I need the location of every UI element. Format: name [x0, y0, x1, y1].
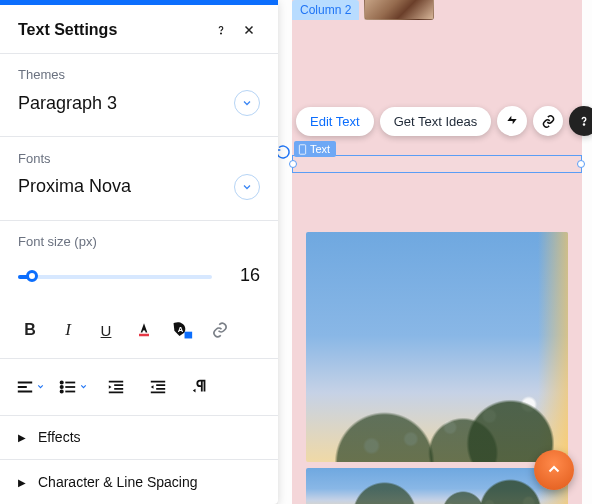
help-button[interactable]	[210, 19, 232, 41]
text-format-toolbar: B I U A	[0, 302, 278, 358]
svg-point-4	[61, 386, 63, 388]
text-selection-box[interactable]	[292, 155, 582, 173]
text-direction-button[interactable]	[186, 373, 214, 401]
svg-rect-2	[185, 332, 193, 339]
canvas-image-2[interactable]	[306, 468, 568, 504]
selected-element-type: Text	[310, 143, 330, 155]
caret-right-icon: ▶	[18, 432, 26, 443]
chevron-down-icon	[36, 382, 45, 391]
rotate-handle[interactable]	[278, 143, 292, 161]
italic-button[interactable]: I	[54, 316, 82, 344]
svg-rect-7	[299, 144, 305, 153]
header-image-thumb[interactable]	[364, 0, 434, 20]
svg-text:A: A	[178, 325, 184, 334]
font-size-slider[interactable]	[18, 266, 212, 286]
paragraph-toolbar	[0, 359, 278, 415]
scroll-to-top-fab[interactable]	[534, 450, 574, 490]
indent-increase-button[interactable]	[144, 373, 172, 401]
fonts-value: Proxima Nova	[18, 176, 131, 197]
column-tag[interactable]: Column 2	[292, 0, 359, 20]
fonts-dropdown-button[interactable]	[234, 174, 260, 200]
resize-handle-right[interactable]	[577, 160, 585, 168]
svg-point-6	[584, 124, 585, 125]
svg-point-0	[221, 33, 222, 34]
themes-label: Themes	[18, 67, 260, 82]
image-stack	[306, 232, 568, 504]
font-size-section: Font size (px) 16	[0, 220, 278, 302]
align-button[interactable]	[16, 379, 45, 395]
fonts-label: Fonts	[18, 151, 260, 166]
themes-section: Themes Paragraph 3	[0, 53, 278, 136]
spacing-section-toggle[interactable]: ▶ Character & Line Spacing	[0, 460, 278, 504]
selected-element-tag[interactable]: Text	[294, 141, 336, 157]
font-size-value: 16	[226, 265, 260, 286]
indent-decrease-button[interactable]	[102, 373, 130, 401]
panel-title: Text Settings	[18, 21, 210, 39]
themes-dropdown-button[interactable]	[234, 90, 260, 116]
fonts-section: Fonts Proxima Nova	[0, 137, 278, 220]
bold-button[interactable]: B	[16, 316, 44, 344]
element-link-button[interactable]	[533, 106, 563, 136]
close-button[interactable]	[238, 19, 260, 41]
canvas-image-1[interactable]	[306, 232, 568, 462]
spacing-label: Character & Line Spacing	[38, 474, 198, 490]
font-size-label: Font size (px)	[18, 234, 260, 249]
editor-canvas[interactable]: Column 2 Edit Text Get Text Ideas Text	[278, 0, 592, 504]
svg-point-3	[61, 381, 63, 383]
text-color-button[interactable]	[130, 316, 158, 344]
text-settings-panel: Text Settings Themes Paragraph 3 Fonts	[0, 0, 278, 504]
underline-button[interactable]: U	[92, 316, 120, 344]
link-button[interactable]	[206, 316, 234, 344]
highlight-color-button[interactable]: A	[168, 316, 196, 344]
caret-right-icon: ▶	[18, 477, 26, 488]
edit-text-button[interactable]: Edit Text	[296, 107, 374, 136]
panel-header: Text Settings	[0, 5, 278, 53]
svg-point-5	[61, 390, 63, 392]
chevron-down-icon	[79, 382, 88, 391]
animation-button[interactable]	[497, 106, 527, 136]
list-button[interactable]	[59, 379, 88, 395]
element-floating-toolbar: Edit Text Get Text Ideas	[296, 106, 592, 136]
effects-section-toggle[interactable]: ▶ Effects	[0, 415, 278, 459]
themes-value: Paragraph 3	[18, 93, 117, 114]
effects-label: Effects	[38, 429, 81, 445]
get-text-ideas-button[interactable]: Get Text Ideas	[380, 107, 492, 136]
element-help-button[interactable]	[569, 106, 592, 136]
resize-handle-left[interactable]	[289, 160, 297, 168]
text-element-icon	[298, 144, 307, 155]
